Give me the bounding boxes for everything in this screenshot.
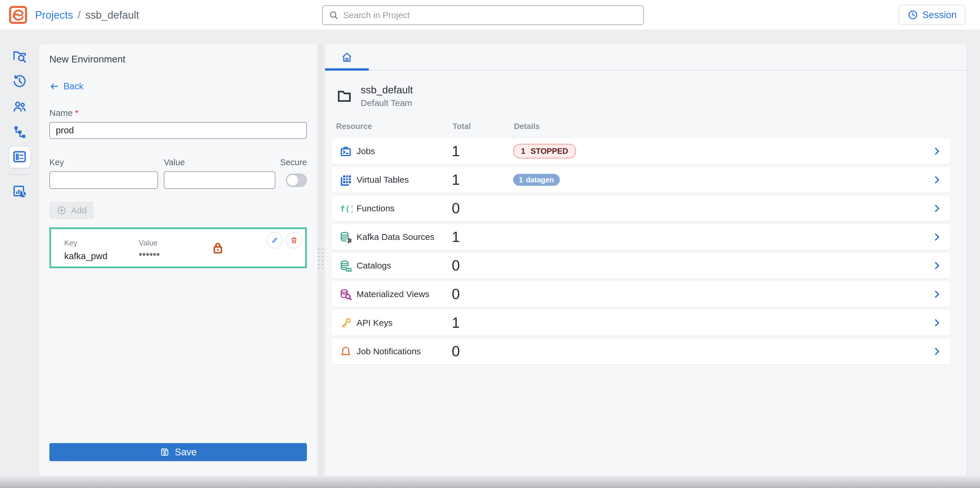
- resource-row[interactable]: Kafka Data Sources 1: [331, 224, 950, 250]
- status-badge: 1STOPPED: [513, 144, 576, 159]
- history-icon: [12, 74, 27, 90]
- panel-resize-handle[interactable]: [317, 45, 322, 476]
- resource-label: Jobs: [356, 146, 375, 156]
- status-badge: 1datagen: [513, 174, 560, 186]
- save-button[interactable]: Save: [49, 443, 307, 461]
- environments-icon: [12, 149, 27, 165]
- folder-icon: [336, 88, 352, 104]
- name-input[interactable]: [49, 122, 307, 139]
- left-icon-rail: [0, 30, 39, 488]
- resource-label: Catalogs: [356, 261, 391, 270]
- chevron-right-icon[interactable]: [932, 232, 942, 242]
- tab-bar: [325, 45, 967, 71]
- kafka-data-sources-icon: [339, 230, 352, 244]
- pencil-icon: [271, 236, 279, 244]
- breadcrumb-projects-link[interactable]: Projects: [35, 9, 73, 21]
- edit-entry-button[interactable]: [267, 232, 283, 248]
- jobs-icon: [339, 145, 352, 158]
- secure-toggle[interactable]: [286, 174, 307, 187]
- session-button[interactable]: Session: [899, 5, 966, 25]
- resource-total: 1: [452, 229, 460, 245]
- resource-row[interactable]: API Keys 1: [331, 310, 950, 335]
- resource-total: 1: [452, 143, 460, 160]
- resource-total: 1: [452, 314, 460, 331]
- chevron-right-icon[interactable]: [932, 146, 942, 156]
- project-team: Default Team: [361, 98, 413, 108]
- key-label: Key: [49, 157, 158, 167]
- window-bottom-shadow: [0, 476, 980, 488]
- resource-label: API Keys: [356, 318, 393, 328]
- search-input[interactable]: [343, 10, 638, 20]
- environment-variable-card: Key kafka_pwd Value ******: [49, 227, 307, 268]
- resource-row[interactable]: Job Notifications 0: [331, 339, 950, 364]
- arrow-left-icon: [49, 81, 59, 91]
- sidebar-item-environments[interactable]: [9, 147, 30, 168]
- column-details: Details: [514, 122, 540, 131]
- search-icon: [329, 10, 339, 21]
- sidebar-item-flow[interactable]: [9, 122, 30, 143]
- teams-icon: [12, 99, 27, 115]
- lock-icon: [210, 240, 226, 255]
- chevron-right-icon[interactable]: [932, 318, 942, 328]
- required-asterisk: *: [75, 108, 78, 118]
- entry-value: Value ******: [139, 238, 160, 262]
- name-field-label: Name*: [49, 108, 307, 118]
- breadcrumb-current: ssb_default: [85, 9, 139, 21]
- add-button[interactable]: Add: [49, 202, 94, 219]
- home-icon: [340, 51, 353, 64]
- resource-row[interactable]: f() Functions 0: [331, 196, 950, 221]
- resource-row[interactable]: Materialized Views 0: [331, 281, 950, 307]
- entry-key-value: kafka_pwd: [64, 251, 107, 262]
- secure-label: Secure: [280, 157, 307, 167]
- chevron-right-icon[interactable]: [932, 260, 942, 271]
- project-header: ssb_default Default Team: [336, 84, 967, 108]
- resource-row[interactable]: Virtual Tables 1 1datagen: [331, 167, 950, 192]
- sidebar-item-teams[interactable]: [9, 97, 30, 118]
- key-value-editor: Key Value Secure: [49, 157, 307, 189]
- resource-total: 1: [452, 171, 460, 188]
- clock-icon: [907, 10, 918, 21]
- add-button-label: Add: [71, 205, 86, 215]
- project-explorer-icon: [12, 49, 27, 65]
- resource-label: Virtual Tables: [356, 175, 409, 185]
- trash-icon: [290, 236, 298, 244]
- tab-home[interactable]: [325, 45, 369, 70]
- functions-icon: f(): [339, 202, 352, 215]
- monitoring-icon: [12, 184, 27, 200]
- back-link-label: Back: [64, 81, 84, 92]
- breadcrumb: Projects / ssb_default: [35, 0, 139, 30]
- api-keys-icon: [339, 316, 352, 330]
- session-button-label: Session: [923, 10, 957, 21]
- save-button-label: Save: [175, 447, 197, 458]
- sidebar-item-project-explorer[interactable]: [9, 46, 30, 67]
- back-link[interactable]: Back: [49, 81, 84, 92]
- chevron-right-icon[interactable]: [932, 289, 942, 299]
- chevron-right-icon[interactable]: [932, 346, 942, 357]
- project-overview-panel: ssb_default Default Team Resource Total …: [325, 45, 967, 476]
- top-header: Projects / ssb_default Session: [0, 0, 980, 30]
- chevron-right-icon[interactable]: [932, 203, 942, 214]
- key-input[interactable]: [49, 171, 158, 189]
- sidebar-item-history[interactable]: [9, 72, 30, 92]
- entry-key: Key kafka_pwd: [64, 238, 107, 262]
- resource-total: 0: [452, 200, 460, 217]
- resource-row[interactable]: Catalogs 0: [331, 253, 950, 278]
- resource-details: 1STOPPED: [513, 144, 576, 159]
- svg-text:f(): f(): [340, 204, 352, 214]
- sidebar-item-monitoring[interactable]: [9, 181, 30, 202]
- active-tab-indicator: [325, 68, 369, 71]
- resource-total: 0: [452, 286, 460, 303]
- breadcrumb-separator: /: [78, 9, 81, 21]
- delete-entry-button[interactable]: [286, 232, 302, 248]
- app-logo-icon[interactable]: [9, 6, 27, 24]
- floppy-icon: [159, 447, 170, 457]
- column-total: Total: [453, 122, 471, 131]
- value-input[interactable]: [164, 171, 275, 189]
- materialized-views-icon: [339, 288, 352, 301]
- entry-masked-value: ******: [139, 251, 160, 262]
- catalogs-icon: [339, 259, 352, 273]
- chevron-right-icon[interactable]: [932, 175, 942, 185]
- resource-label: Kafka Data Sources: [356, 232, 434, 242]
- resource-row[interactable]: Jobs 1 1STOPPED: [331, 138, 950, 164]
- project-title: ssb_default: [361, 84, 413, 96]
